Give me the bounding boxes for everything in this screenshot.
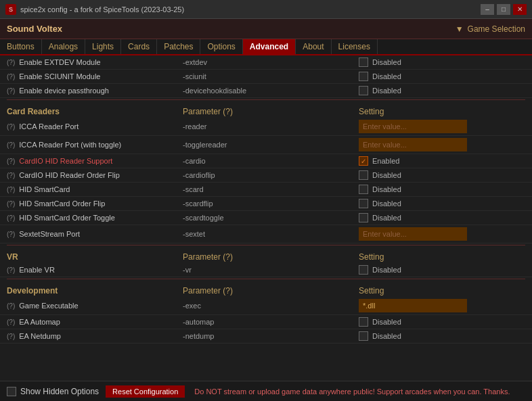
row-label: (?)CardIO HID Reader Order Flip <box>7 171 183 179</box>
row-label-text: Enable SCIUNIT Module <box>19 72 100 80</box>
help-badge[interactable]: (?) <box>7 87 15 95</box>
help-badge[interactable]: (?) <box>7 231 15 238</box>
help-badge[interactable]: (?) <box>7 214 15 222</box>
close-button[interactable]: ✕ <box>513 4 527 15</box>
minimize-button[interactable]: – <box>481 4 494 15</box>
help-badge[interactable]: (?) <box>7 141 15 149</box>
checkbox-setting[interactable]: Disabled <box>359 331 401 341</box>
row-label-text: SextetStream Port <box>19 230 80 238</box>
row-param: -vr <box>183 266 359 274</box>
help-badge[interactable]: (?) <box>7 186 15 193</box>
setting-text: Disabled <box>372 87 401 95</box>
show-hidden-toggle[interactable]: Show Hidden Options <box>7 387 99 396</box>
setting-text: Disabled <box>372 199 401 208</box>
maximize-button[interactable]: □ <box>497 4 510 15</box>
checkbox[interactable] <box>359 72 368 81</box>
table-row: (?)ICCA Reader Port (with toggle)-toggle… <box>0 136 532 154</box>
param-header-vr: Parameter (?) <box>183 252 359 262</box>
help-badge[interactable]: (?) <box>7 319 15 326</box>
setting-text: Disabled <box>372 171 401 179</box>
titlebar-left: S spice2x config - a fork of SpiceTools … <box>5 4 184 15</box>
show-hidden-label: Show Hidden Options <box>20 387 99 396</box>
row-label-text: EA Automap <box>19 318 60 326</box>
row-label: (?)HID SmartCard Order Flip <box>7 199 183 208</box>
row-param: -sextet <box>183 230 359 238</box>
tab-options[interactable]: Options <box>200 39 242 54</box>
checkbox-setting[interactable]: Disabled <box>359 199 401 208</box>
param-header-development: Parameter (?) <box>183 286 359 296</box>
help-badge[interactable]: (?) <box>7 200 15 208</box>
table-row: (?)Enable SCIUNIT Module-sciunitDisabled <box>0 70 532 84</box>
table-row: (?)HID SmartCard-scardDisabled <box>0 183 532 197</box>
checkbox[interactable] <box>359 86 368 95</box>
setting-header-card_readers: Setting <box>359 107 525 116</box>
checkbox[interactable] <box>359 199 368 208</box>
checkbox-setting[interactable]: Disabled <box>359 86 401 95</box>
tab-buttons[interactable]: Buttons <box>0 39 42 54</box>
setting-text: Disabled <box>372 318 401 326</box>
checkbox[interactable] <box>359 213 368 222</box>
row-param: -cardioflip <box>183 171 359 179</box>
tab-cards[interactable]: Cards <box>121 39 157 54</box>
setting-text: Disabled <box>372 72 401 80</box>
table-row: (?)Enable VR-vrDisabled <box>0 263 532 277</box>
checkbox[interactable] <box>359 170 368 180</box>
row-label-text: HID SmartCard Order Flip <box>19 199 105 208</box>
game-selection[interactable]: ▼ Game Selection <box>456 24 525 34</box>
row-label: (?)SextetStream Port <box>7 230 183 238</box>
status-text: Do NOT stream or upload game data anywhe… <box>194 387 510 396</box>
app-title: Sound Voltex <box>7 24 62 34</box>
checkbox[interactable] <box>359 156 368 166</box>
help-badge[interactable]: (?) <box>7 302 15 310</box>
help-badge[interactable]: (?) <box>7 266 15 274</box>
text-input[interactable] <box>359 227 467 241</box>
help-badge[interactable]: (?) <box>7 73 15 80</box>
checkbox-setting[interactable]: Disabled <box>359 265 401 275</box>
nav-tabs: ButtonsAnalogsLightsCardsPatchesOptionsA… <box>0 39 532 55</box>
checkbox-setting[interactable]: Enabled <box>359 156 399 166</box>
row-label: (?)ICCA Reader Port <box>7 122 183 131</box>
tab-about[interactable]: About <box>296 39 331 54</box>
help-badge[interactable]: (?) <box>7 123 15 131</box>
titlebar-title: spice2x config - a fork of SpiceTools (2… <box>20 5 184 14</box>
row-label-text: ICCA Reader Port <box>19 122 79 131</box>
reset-configuration-button[interactable]: Reset Configuration <box>106 385 185 398</box>
help-badge[interactable]: (?) <box>7 172 15 179</box>
help-badge[interactable]: (?) <box>7 158 15 165</box>
row-setting: Disabled <box>359 331 525 341</box>
checkbox-setting[interactable]: Disabled <box>359 185 401 194</box>
section-title-development: Development <box>7 286 183 296</box>
setting-text: Disabled <box>372 185 401 193</box>
tab-licenses[interactable]: Licenses <box>332 39 378 54</box>
table-row: (?)EA Automap-automapDisabled <box>0 315 532 329</box>
text-input[interactable] <box>359 120 467 133</box>
setting-header-development: Setting <box>359 286 525 296</box>
checkbox[interactable] <box>359 265 368 275</box>
row-label-text: CardIO HID Reader Support <box>19 157 112 165</box>
game-selection-label: Game Selection <box>468 24 525 34</box>
help-badge[interactable]: (?) <box>7 333 15 340</box>
checkbox-setting[interactable]: Disabled <box>359 170 401 180</box>
titlebar-controls: – □ ✕ <box>481 4 527 15</box>
tab-patches[interactable]: Patches <box>157 39 200 54</box>
checkbox[interactable] <box>359 317 368 327</box>
show-hidden-checkbox[interactable] <box>7 387 16 396</box>
tab-advanced[interactable]: Advanced <box>243 39 296 54</box>
checkbox[interactable] <box>359 57 368 67</box>
help-badge[interactable]: (?) <box>7 59 15 66</box>
checkbox-setting[interactable]: Disabled <box>359 72 401 81</box>
row-label: (?)HID SmartCard <box>7 185 183 193</box>
checkbox[interactable] <box>359 185 368 194</box>
row-setting: Disabled <box>359 185 525 194</box>
section-header-vr: VRParameter (?)Setting <box>0 248 532 263</box>
checkbox[interactable] <box>359 331 368 341</box>
tab-lights[interactable]: Lights <box>85 39 121 54</box>
text-input[interactable] <box>359 299 467 312</box>
checkbox-setting[interactable]: Disabled <box>359 317 401 327</box>
row-param: -extdev <box>183 58 359 66</box>
section-title-card_readers: Card Readers <box>7 107 183 116</box>
checkbox-setting[interactable]: Disabled <box>359 57 401 67</box>
tab-analogs[interactable]: Analogs <box>42 39 85 54</box>
text-input[interactable] <box>359 138 467 151</box>
checkbox-setting[interactable]: Disabled <box>359 213 401 222</box>
